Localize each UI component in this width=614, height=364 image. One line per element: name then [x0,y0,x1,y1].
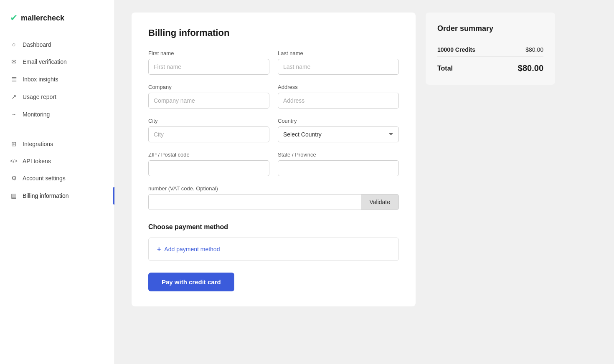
order-summary-title: Order summary [437,24,543,33]
sidebar-item-integrations[interactable]: ⊞ Integrations [0,135,114,153]
name-row: First name Last name [148,50,399,75]
usage-icon: ↗ [10,93,18,101]
last-name-input[interactable] [278,59,399,75]
order-summary: Order summary 10000 Credits $80.00 Total… [426,13,555,85]
inbox-icon: ☰ [10,76,18,83]
sidebar: ✔ mailercheck ○ Dashboard ✉ Email verifi… [0,0,115,364]
integrations-icon: ⊞ [10,140,18,148]
monitoring-icon: ~ [10,111,18,118]
order-line-item: 10000 Credits $80.00 [437,43,543,57]
add-payment-method[interactable]: + Add payment method [148,238,399,261]
payment-section-title: Choose payment method [148,223,399,231]
order-line-label: 10000 Credits [437,46,475,53]
address-label: Address [278,84,399,90]
country-group: Country Select Country United States Uni… [278,118,399,142]
address-group: Address [278,84,399,109]
first-name-input[interactable] [148,59,269,75]
api-icon: </> [10,158,18,164]
city-input[interactable] [148,126,269,142]
state-label: State / Province [278,152,399,158]
settings-icon: ⚙ [10,174,18,182]
sidebar-item-billing-information[interactable]: ▤ Billing information [0,187,114,205]
zip-input[interactable] [148,160,269,176]
last-name-group: Last name [278,50,399,75]
add-payment-text: Add payment method [164,246,220,253]
country-label: Country [278,118,399,124]
company-address-row: Company Address [148,84,399,109]
company-input[interactable] [148,93,269,109]
email-icon: ✉ [10,58,18,66]
state-group: State / Province [278,152,399,176]
city-country-row: City Country Select Country United State… [148,118,399,142]
sidebar-item-inbox-insights[interactable]: ☰ Inbox insights [0,71,114,88]
address-input[interactable] [278,93,399,109]
pay-button[interactable]: Pay with credit card [148,273,234,291]
zip-state-row: ZIP / Postal code State / Province [148,152,399,176]
main-content: Billing information First name Last name… [115,0,614,364]
sidebar-divider [0,123,114,135]
dashboard-icon: ○ [10,41,18,48]
pay-button-wrap: Pay with credit card [148,273,399,291]
add-icon: + [157,245,161,253]
sidebar-item-usage-report[interactable]: ↗ Usage report [0,88,114,106]
last-name-label: Last name [278,50,399,56]
vat-input-group: Validate [148,194,399,210]
sidebar-nav: ○ Dashboard ✉ Email verification ☰ Inbox… [0,36,114,205]
sidebar-item-email-verification[interactable]: ✉ Email verification [0,53,114,71]
zip-label: ZIP / Postal code [148,152,269,158]
billing-form-card: Billing information First name Last name… [132,13,416,306]
first-name-label: First name [148,50,269,56]
logo-text: mailercheck [21,14,64,23]
validate-button[interactable]: Validate [361,194,399,210]
zip-group: ZIP / Postal code [148,152,269,176]
billing-form-title: Billing information [148,28,399,38]
vat-input[interactable] [148,194,361,210]
order-total-label: Total [437,65,453,72]
payment-section: Choose payment method + Add payment meth… [148,223,399,261]
order-total-row: Total $80.00 [437,62,543,73]
city-label: City [148,118,269,124]
company-label: Company [148,84,269,90]
first-name-group: First name [148,50,269,75]
vat-label: number (VAT code. Optional) [148,185,399,192]
company-group: Company [148,84,269,109]
order-total-amount: $80.00 [518,63,543,73]
order-line-amount: $80.00 [525,46,543,53]
billing-icon: ▤ [10,192,18,200]
sidebar-item-monitoring[interactable]: ~ Monitoring [0,106,114,123]
logo-icon: ✔ [10,13,18,23]
logo: ✔ mailercheck [0,8,114,36]
vat-group: number (VAT code. Optional) Validate [148,185,399,210]
sidebar-item-account-settings[interactable]: ⚙ Account settings [0,169,114,187]
country-select[interactable]: Select Country United States United King… [278,126,399,142]
state-input[interactable] [278,160,399,176]
sidebar-item-api-tokens[interactable]: </> API tokens [0,153,114,169]
city-group: City [148,118,269,142]
sidebar-item-dashboard[interactable]: ○ Dashboard [0,36,114,53]
